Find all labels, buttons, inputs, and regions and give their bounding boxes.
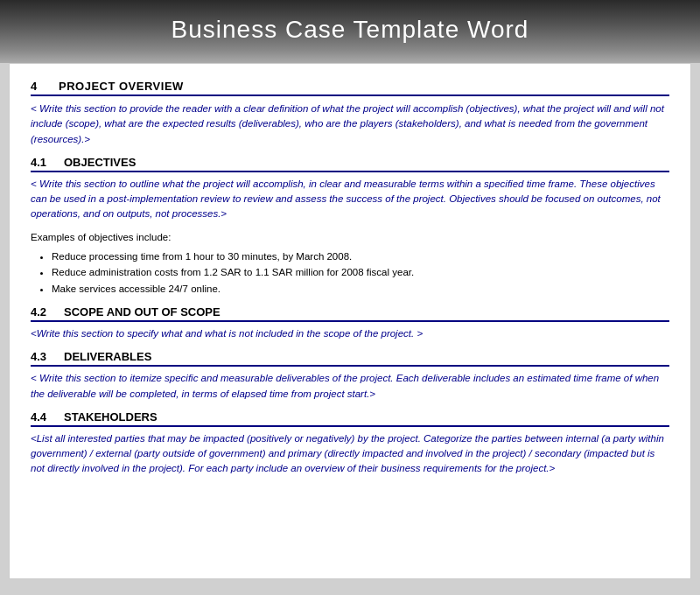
bullet-1: Reduce processing time from 1 hour to 30…: [52, 248, 669, 264]
section-4-title: PROJECT OVERVIEW: [59, 80, 184, 93]
section-44-header: 4.4 STAKEHOLDERS: [31, 410, 669, 427]
section-43-number: 4.3: [31, 350, 55, 363]
section-42-title: SCOPE AND OUT OF SCOPE: [64, 305, 220, 318]
section-42-header: 4.2 SCOPE AND OUT OF SCOPE: [31, 305, 669, 322]
page-title: Business Case Template Word: [18, 16, 682, 44]
section-44-instruction: <List all interested parties that may be…: [31, 431, 669, 477]
section-41-number: 4.1: [31, 156, 55, 169]
section-41-instruction: < Write this section to outline what the…: [31, 177, 669, 222]
section-44-number: 4.4: [31, 410, 55, 424]
section-42-number: 4.2: [31, 305, 55, 318]
section-4-number: 4: [31, 80, 46, 93]
document-body: 4 PROJECT OVERVIEW < Write this section …: [9, 63, 691, 579]
section-4-instruction: < Write this section to provide the read…: [31, 102, 669, 147]
section-43-header: 4.3 DELIVERABLES: [31, 350, 669, 367]
page-header: Business Case Template Word: [0, 0, 700, 63]
section-41-bullets: Reduce processing time from 1 hour to 30…: [52, 248, 669, 297]
section-42: 4.2 SCOPE AND OUT OF SCOPE <Write this s…: [31, 305, 669, 341]
bullet-2: Reduce administration costs from 1.2 SAR…: [52, 264, 669, 280]
section-41-header: 4.1 OBJECTIVES: [31, 156, 669, 172]
section-4: 4 PROJECT OVERVIEW < Write this section …: [31, 80, 669, 147]
section-42-instruction: <Write this section to specify what and …: [31, 326, 669, 341]
section-43-instruction: < Write this section to itemize specific…: [31, 371, 669, 402]
section-43-title: DELIVERABLES: [64, 350, 151, 363]
section-41: 4.1 OBJECTIVES < Write this section to o…: [31, 156, 669, 297]
section-41-title: OBJECTIVES: [64, 156, 136, 169]
section-43: 4.3 DELIVERABLES < Write this section to…: [31, 350, 669, 402]
bullet-3: Make services accessible 24/7 online.: [52, 281, 669, 297]
section-41-examples-intro: Examples of objectives include:: [31, 229, 669, 245]
section-44: 4.4 STAKEHOLDERS <List all interested pa…: [31, 410, 669, 477]
section-4-header: 4 PROJECT OVERVIEW: [31, 80, 669, 96]
section-44-title: STAKEHOLDERS: [64, 410, 158, 424]
